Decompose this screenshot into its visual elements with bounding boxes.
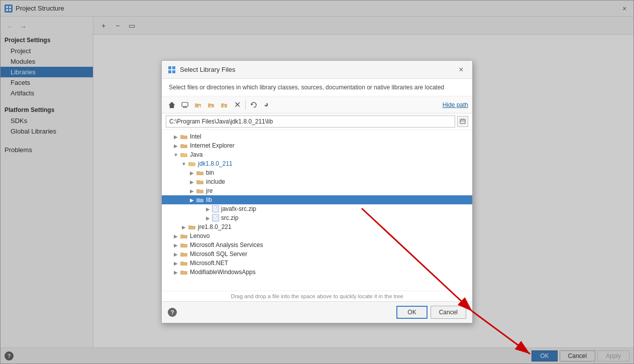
tree-label-jdk: jdk1.8.0_211 [198, 160, 233, 167]
tree-label-bin: bin [206, 169, 214, 176]
file-icon-javafx: 📄 [212, 205, 219, 212]
new-folder-button[interactable] [192, 99, 204, 111]
svg-rect-9 [182, 102, 188, 106]
tree-item-jre[interactable]: ▶ jre [162, 186, 472, 195]
svg-rect-6 [168, 70, 171, 73]
folder-icon-ms-analysis [180, 241, 188, 249]
folder-icon-lenovo [180, 232, 188, 239]
tree-item-bin[interactable]: ▶ bin [162, 168, 472, 177]
tree-item-javafx-src[interactable]: ▶ 📄 javafx-src.zip [162, 204, 472, 213]
dialog-buttons: ? OK Cancel [162, 301, 472, 323]
expand-intel[interactable]: ▶ [172, 134, 180, 140]
expand-lib[interactable]: ▶ [188, 197, 196, 203]
tree-item-ms-net[interactable]: ▶ Microsoft.NET [162, 259, 472, 268]
folder-icon-lib [196, 196, 204, 203]
svg-rect-7 [172, 70, 175, 73]
folder-icon-java [180, 151, 188, 158]
expand-src-zip[interactable]: ▶ [204, 215, 212, 221]
folder-icon-jdk [188, 160, 196, 167]
tree-item-java[interactable]: ▼ Java [162, 150, 472, 159]
svg-marker-17 [251, 103, 253, 105]
tree-item-internet-explorer[interactable]: ▶ Internet Explorer [162, 141, 472, 150]
tree-item-lib[interactable]: ▶ lib [162, 195, 472, 204]
svg-marker-8 [169, 102, 175, 108]
tree-label-jre221: jre1.8.0_221 [198, 223, 232, 230]
dialog-toolbar: ✕ Hide path [162, 96, 472, 113]
tree-item-modifiable[interactable]: ▶ ModifiableWindowsApps [162, 268, 472, 277]
modal-overlay: Select Library Files × Select files or d… [0, 0, 634, 364]
expand-java[interactable]: ▼ [172, 152, 180, 158]
tree-item-jre221[interactable]: ▶ jre1.8.0_221 [162, 222, 472, 231]
dialog-hint: Drag and drop a file into the space abov… [162, 291, 472, 301]
remove-root-button[interactable]: ✕ [231, 99, 243, 111]
dialog-help-button[interactable]: ? [168, 308, 177, 317]
expand-internet-explorer[interactable]: ▶ [172, 143, 180, 149]
svg-rect-5 [172, 66, 175, 69]
tree-label-lenovo: Lenovo [190, 232, 209, 239]
tree-label-ie: Internet Explorer [190, 142, 235, 149]
tree-item-intel[interactable]: ▶ Intel [162, 132, 472, 141]
tree-label-include: include [206, 178, 225, 185]
expand-ms-net[interactable]: ▶ [172, 261, 180, 266]
add-root-button[interactable] [218, 99, 230, 111]
folder-icon-jre [196, 187, 204, 194]
folder-up-button[interactable] [205, 99, 217, 111]
refresh-button[interactable] [248, 99, 260, 111]
path-input-row [162, 113, 472, 130]
tree-item-lenovo[interactable]: ▶ Lenovo [162, 231, 472, 240]
tree-item-ms-analysis[interactable]: ▶ Microsoft Analysis Services [162, 240, 472, 250]
folder-icon-modifiable [180, 269, 188, 276]
expand-javafx[interactable]: ▶ [204, 206, 212, 212]
hide-path-button[interactable]: Hide path [443, 101, 468, 108]
tree-label-src-zip: src.zip [221, 214, 239, 221]
expand-jre221[interactable]: ▶ [180, 224, 188, 230]
tree-label-ms-net: Microsoft.NET [190, 260, 228, 267]
expand-ms-analysis[interactable]: ▶ [172, 242, 180, 248]
dialog-icon [168, 66, 176, 74]
expand-ms-sql[interactable]: ▶ [172, 252, 180, 257]
tree-item-ms-sql[interactable]: ▶ Microsoft SQL Server [162, 250, 472, 259]
expand-include[interactable]: ▶ [188, 179, 196, 185]
main-window: Project Structure × ← → Project Settings… [0, 0, 634, 364]
folder-icon-ms-sql [180, 251, 188, 258]
tree-label-lib: lib [206, 196, 212, 203]
select-library-dialog: Select Library Files × Select files or d… [161, 60, 473, 323]
expand-lenovo[interactable]: ▶ [172, 233, 180, 239]
folder-icon-jre221 [188, 223, 196, 230]
path-browse-button[interactable] [457, 116, 468, 127]
expand-bin[interactable]: ▶ [188, 170, 196, 176]
tree-label-intel: Intel [190, 133, 201, 140]
tree-item-src-zip[interactable]: ▶ 📄 src.zip [162, 213, 472, 222]
expand-modifiable[interactable]: ▶ [172, 270, 180, 275]
link-button[interactable] [261, 99, 273, 111]
file-tree[interactable]: ▶ Intel ▶ Internet Explorer [162, 130, 472, 291]
desktop-button[interactable] [179, 99, 191, 111]
tree-item-include[interactable]: ▶ include [162, 177, 472, 186]
path-input[interactable] [166, 115, 455, 128]
tree-item-jdk[interactable]: ▼ jdk1.8.0_211 [162, 159, 472, 168]
folder-icon-bin [196, 169, 204, 176]
home-button[interactable] [166, 99, 178, 111]
dialog-description: Select files or directories in which lib… [162, 79, 472, 96]
expand-jdk[interactable]: ▼ [180, 161, 188, 167]
expand-jre[interactable]: ▶ [188, 188, 196, 194]
dialog-title-bar: Select Library Files × [162, 61, 472, 79]
svg-rect-4 [168, 66, 171, 69]
tree-label-ms-analysis: Microsoft Analysis Services [190, 241, 263, 249]
tree-label-javafx: javafx-src.zip [221, 205, 256, 212]
tree-label-jre: jre [206, 187, 213, 194]
dialog-btn-group: OK Cancel [396, 306, 466, 319]
tree-label-java: Java [190, 151, 202, 158]
dialog-title-left: Select Library Files [168, 66, 236, 74]
folder-icon-ms-net [180, 260, 188, 267]
tree-label-ms-sql: Microsoft SQL Server [190, 251, 247, 258]
folder-icon-include [196, 178, 204, 185]
tree-label-modifiable: ModifiableWindowsApps [190, 269, 256, 276]
folder-icon-intel [180, 133, 188, 140]
svg-rect-18 [460, 119, 465, 124]
dialog-ok-button[interactable]: OK [396, 306, 427, 319]
dialog-cancel-button[interactable]: Cancel [431, 306, 466, 319]
file-icon-src-zip: 📄 [212, 214, 219, 221]
dialog-close-button[interactable]: × [456, 65, 466, 75]
dialog-title-text: Select Library Files [180, 66, 236, 73]
